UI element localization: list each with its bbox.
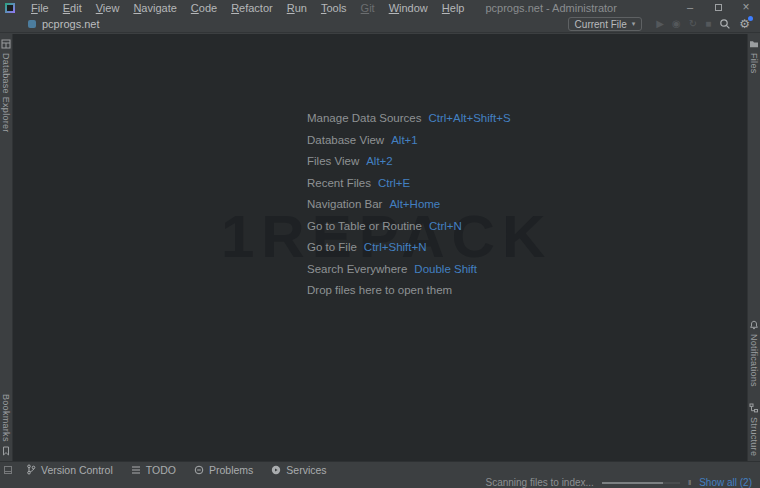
indexing-progress-bar: [602, 482, 680, 484]
close-button[interactable]: ×: [732, 0, 760, 16]
toolwindow-bookmarks[interactable]: Bookmarks: [1, 394, 11, 456]
notification-dot: [748, 16, 753, 21]
bottom-toolwindow-bar: Version Control TODO Problems Services: [0, 461, 760, 477]
shortcut-label: Drop files here to open them: [307, 284, 452, 296]
debug-icon: ◉: [672, 17, 681, 31]
maximize-button[interactable]: [704, 0, 732, 16]
app-icon[interactable]: [5, 3, 15, 13]
toolwindow-label: TODO: [146, 464, 176, 476]
toolwindow-label: Services: [286, 464, 326, 476]
minimize-button[interactable]: –: [676, 0, 704, 16]
bell-icon: [749, 320, 759, 330]
toolwindow-todo[interactable]: TODO: [131, 464, 176, 476]
stripe-label: Structure: [749, 417, 759, 456]
maximize-icon: [715, 4, 722, 11]
menu-window[interactable]: Window: [382, 0, 435, 16]
shortcut-keys: Ctrl+E: [378, 177, 410, 189]
shortcut-label: Search Everywhere: [307, 263, 407, 275]
menu-view[interactable]: View: [89, 0, 127, 16]
shortcut-label: Navigation Bar: [307, 198, 382, 210]
toolwindow-structure[interactable]: Structure: [749, 403, 759, 456]
left-toolwindow-stripe: Database Explorer Bookmarks: [0, 34, 13, 461]
toolwindow-label: Version Control: [41, 464, 113, 476]
right-toolwindow-stripe: Files Notifications Structure: [747, 34, 760, 461]
shortcut-label: Go to Table or Routine: [307, 220, 422, 232]
breadcrumb[interactable]: pcprogs.net: [42, 18, 99, 30]
structure-icon: [749, 403, 759, 413]
toolwindow-problems[interactable]: Problems: [194, 464, 253, 476]
shortcut-row: Manage Data SourcesCtrl+Alt+Shift+S: [307, 108, 511, 130]
toolwindow-database-explorer[interactable]: Database Explorer: [1, 39, 11, 133]
toolwindow-stack-icon[interactable]: [4, 466, 12, 474]
pause-icon[interactable]: ‖: [688, 478, 691, 488]
stripe-label: Notifications: [749, 334, 759, 387]
problems-icon: [194, 465, 204, 475]
stop-icon: ■: [705, 17, 711, 31]
toolwindow-label: Problems: [209, 464, 253, 476]
shortcut-keys: Ctrl+N: [429, 220, 462, 232]
git-branch-icon: [26, 464, 36, 475]
show-all-link[interactable]: Show all (2): [699, 477, 752, 488]
shortcut-keys: Ctrl+Shift+N: [364, 241, 427, 253]
shortcut-row: Files ViewAlt+2: [307, 151, 511, 173]
indexing-status-text: Scanning files to index...: [485, 477, 593, 488]
settings-icon[interactable]: ⚙: [739, 17, 750, 31]
menu-git: Git: [354, 0, 382, 16]
shortcut-label: Recent Files: [307, 177, 371, 189]
menu-run[interactable]: Run: [280, 0, 314, 16]
window-title: pcprogs.net - Administrator: [485, 2, 616, 14]
shortcut-row: Search EverywhereDouble Shift: [307, 259, 511, 281]
shortcut-label: Database View: [307, 134, 384, 146]
menu-tools[interactable]: Tools: [314, 0, 354, 16]
run-config-label: Current File: [575, 19, 627, 30]
services-icon: [271, 465, 281, 475]
shortcut-row: Go to FileCtrl+Shift+N: [307, 237, 511, 259]
menu-code[interactable]: Code: [184, 0, 224, 16]
shortcut-row: Navigation BarAlt+Home: [307, 194, 511, 216]
shortcut-row: Go to Table or RoutineCtrl+N: [307, 216, 511, 238]
toolwindow-services[interactable]: Services: [271, 464, 326, 476]
shortcut-row: Database ViewAlt+1: [307, 130, 511, 152]
rerun-icon: ↻: [689, 17, 697, 31]
shortcut-row: Drop files here to open them: [307, 280, 511, 302]
editor-area[interactable]: 1REPACK Manage Data SourcesCtrl+Alt+Shif…: [13, 34, 747, 461]
stripe-label: Database Explorer: [1, 53, 11, 133]
toolwindow-notifications[interactable]: Notifications: [749, 320, 759, 387]
toolwindow-files[interactable]: Files: [749, 39, 759, 74]
shortcut-row: Recent FilesCtrl+E: [307, 173, 511, 195]
search-icon[interactable]: [719, 18, 731, 30]
menu-file[interactable]: File: [24, 0, 56, 16]
menu-refactor[interactable]: Refactor: [224, 0, 280, 16]
shortcut-label: Go to File: [307, 241, 357, 253]
menu-help[interactable]: Help: [435, 0, 472, 16]
status-bar: Scanning files to index... ‖ Show all (2…: [0, 477, 760, 488]
chevron-down-icon: ▾: [632, 20, 636, 28]
menu-navigate[interactable]: Navigate: [126, 0, 183, 16]
shortcut-keys: Alt+2: [366, 155, 393, 167]
window-controls: – ×: [676, 0, 760, 16]
shortcut-keys: Alt+1: [391, 134, 418, 146]
shortcut-keys: Alt+Home: [389, 198, 440, 210]
shortcut-keys: Double Shift: [414, 263, 477, 275]
bookmark-icon: [1, 446, 11, 456]
folder-icon: [749, 39, 759, 49]
run-config-dropdown[interactable]: Current File ▾: [568, 17, 643, 31]
toolbar: pcprogs.net Current File ▾ ▶ ◉ ↻ ■ ⚙: [0, 16, 760, 33]
table-grid-icon: [1, 39, 11, 49]
menu-edit[interactable]: Edit: [56, 0, 89, 16]
run-icon: ▶: [656, 17, 664, 31]
shortcut-label: Manage Data Sources: [307, 112, 421, 124]
stripe-label: Bookmarks: [1, 394, 11, 442]
shortcut-keys: Ctrl+Alt+Shift+S: [428, 112, 510, 124]
menu-bar: File Edit View Navigate Code Refactor Ru…: [24, 0, 471, 16]
toolwindow-version-control[interactable]: Version Control: [26, 464, 113, 476]
todo-list-icon: [131, 465, 141, 475]
toolbar-right: Current File ▾ ▶ ◉ ↻ ■ ⚙: [568, 17, 760, 31]
shortcut-label: Files View: [307, 155, 359, 167]
project-icon: [28, 20, 36, 28]
stripe-label: Files: [749, 53, 759, 74]
shortcut-hints: Manage Data SourcesCtrl+Alt+Shift+S Data…: [307, 108, 511, 302]
title-bar: File Edit View Navigate Code Refactor Ru…: [0, 0, 760, 16]
